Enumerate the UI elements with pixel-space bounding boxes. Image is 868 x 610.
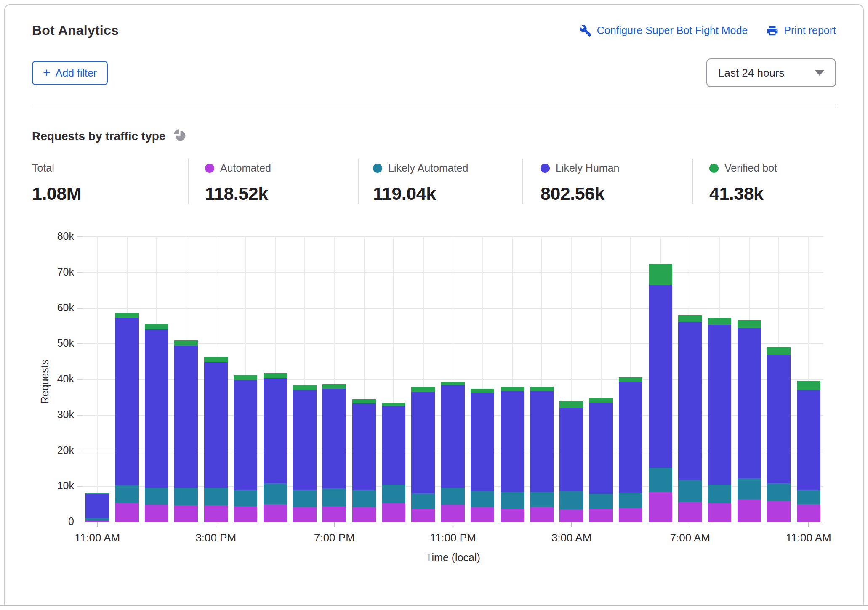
stat-dot xyxy=(541,164,550,173)
segment-automated xyxy=(322,506,346,522)
segment-likely-automated xyxy=(619,493,642,508)
time-range-value: Last 24 hours xyxy=(718,66,785,80)
segment-likely-automated xyxy=(174,488,198,506)
segment-automated xyxy=(471,507,494,522)
y-axis-tick xyxy=(77,272,83,273)
bar-11-00-am[interactable] xyxy=(83,237,112,522)
x-axis-label: 7:00 AM xyxy=(670,531,710,544)
bar-6-00-am[interactable] xyxy=(645,237,675,522)
segment-likely-human xyxy=(471,393,494,491)
x-axis-tick xyxy=(453,522,453,527)
segment-likely-automated xyxy=(411,493,435,509)
bar-12-00-am[interactable] xyxy=(468,237,497,522)
segment-automated xyxy=(293,507,317,522)
bar-4-00-pm[interactable] xyxy=(231,237,260,522)
next-section-top-border xyxy=(0,605,868,606)
stat-label: Likely Human xyxy=(556,162,619,174)
segment-automated xyxy=(678,502,702,522)
x-axis-tick xyxy=(334,522,335,527)
segment-automated xyxy=(797,504,820,522)
segment-likely-human xyxy=(559,408,583,491)
segment-verified-bot xyxy=(264,373,287,379)
stat-automated: Automated 118.52k xyxy=(188,159,358,204)
bar-10-00-pm[interactable] xyxy=(408,237,438,522)
segment-likely-human xyxy=(85,494,109,518)
segment-automated xyxy=(85,521,109,522)
bar-9-00-am[interactable] xyxy=(735,237,764,522)
bar-2-00-am[interactable] xyxy=(527,237,556,522)
segment-verified-bot xyxy=(411,387,435,392)
pie-chart-icon xyxy=(173,128,187,144)
segment-likely-human xyxy=(382,406,405,485)
bar-11-00-am[interactable] xyxy=(793,237,823,522)
segment-automated xyxy=(115,503,139,522)
stat-likely-human: Likely Human 802.56k xyxy=(522,159,692,204)
bar-6-00-pm[interactable] xyxy=(290,237,320,522)
time-range-select[interactable]: Last 24 hours xyxy=(706,58,836,87)
segment-automated xyxy=(382,503,405,522)
stat-label: Likely Automated xyxy=(388,162,468,174)
section-title: Requests by traffic type xyxy=(32,130,165,143)
bar-10-00-am[interactable] xyxy=(764,237,793,522)
x-axis-label: 11:00 PM xyxy=(430,531,476,544)
bar-3-00-am[interactable] xyxy=(556,237,586,522)
bar-3-00-pm[interactable] xyxy=(201,237,231,522)
segment-likely-human xyxy=(174,346,198,488)
segment-verified-bot xyxy=(738,320,761,328)
requests-chart: Requests Time (local) 010k20k30k40k50k60… xyxy=(32,237,836,565)
stat-value: 119.04k xyxy=(373,183,522,204)
segment-automated xyxy=(174,505,198,522)
y-axis-tick xyxy=(77,522,83,522)
segment-verified-bot xyxy=(352,399,376,403)
segment-likely-human xyxy=(619,382,642,493)
segment-likely-human xyxy=(441,385,465,487)
segment-verified-bot xyxy=(797,381,820,390)
y-axis-tick xyxy=(77,379,83,380)
bar-1-00-am[interactable] xyxy=(497,237,527,522)
y-axis-tick xyxy=(77,343,83,344)
segment-likely-automated xyxy=(234,490,257,506)
segment-likely-automated xyxy=(738,478,761,499)
bar-4-00-am[interactable] xyxy=(586,237,616,522)
bar-1-00-pm[interactable] xyxy=(142,237,171,522)
configure-link-label: Configure Super Bot Fight Mode xyxy=(597,24,748,37)
bar-8-00-am[interactable] xyxy=(705,237,734,522)
segment-likely-human xyxy=(115,318,139,485)
bar-8-00-pm[interactable] xyxy=(349,237,379,522)
bar-9-00-pm[interactable] xyxy=(379,237,408,522)
segment-likely-automated xyxy=(589,494,613,509)
segment-likely-automated xyxy=(264,483,287,504)
bar-11-00-pm[interactable] xyxy=(438,237,468,522)
segment-verified-bot xyxy=(471,389,494,393)
stats-row: Total 1.08M Automated 118.52k Likely Aut… xyxy=(32,159,836,204)
segment-automated xyxy=(145,505,168,522)
bar-5-00-pm[interactable] xyxy=(260,237,290,522)
segment-likely-human xyxy=(649,285,672,468)
configure-super-bot-fight-mode-link[interactable]: Configure Super Bot Fight Mode xyxy=(579,24,748,37)
y-axis-label: 10k xyxy=(32,480,74,492)
segment-likely-human xyxy=(708,325,731,485)
stat-value: 1.08M xyxy=(32,183,188,204)
segment-verified-bot xyxy=(322,384,346,389)
segment-likely-automated xyxy=(204,488,228,506)
x-axis-label: 3:00 AM xyxy=(551,531,591,544)
bar-2-00-pm[interactable] xyxy=(171,237,201,522)
add-filter-button[interactable]: + Add filter xyxy=(32,61,108,85)
segment-automated xyxy=(619,508,642,522)
header-divider xyxy=(32,106,836,106)
y-axis-tick xyxy=(77,486,83,487)
stat-value: 41.38k xyxy=(709,183,836,204)
y-axis-label: 30k xyxy=(32,408,74,421)
bar-5-00-am[interactable] xyxy=(616,237,645,522)
bar-7-00-am[interactable] xyxy=(675,237,705,522)
stat-label: Automated xyxy=(220,162,271,174)
segment-likely-automated xyxy=(501,492,524,509)
segment-automated xyxy=(441,505,465,522)
segment-likely-human xyxy=(738,328,761,478)
bar-7-00-pm[interactable] xyxy=(320,237,349,522)
segment-verified-bot xyxy=(382,403,405,406)
bar-12-00-pm[interactable] xyxy=(112,237,141,522)
y-axis-label: 20k xyxy=(32,444,74,456)
print-report-link[interactable]: Print report xyxy=(766,24,836,37)
segment-automated xyxy=(559,509,583,522)
